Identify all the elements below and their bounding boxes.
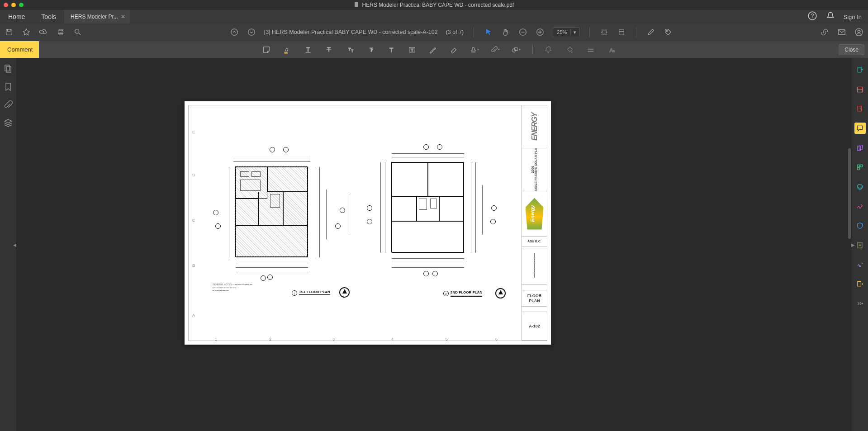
combine-files-tool-icon[interactable]	[854, 142, 866, 153]
help-icon[interactable]: ?	[807, 11, 817, 23]
grid-col-6: 6	[495, 337, 498, 341]
highlight-icon[interactable]	[283, 45, 292, 54]
fit-page-icon[interactable]	[617, 28, 626, 37]
grid-col-2: 2	[269, 337, 271, 341]
add-text-icon[interactable]: T	[387, 45, 396, 54]
svg-rect-30	[858, 67, 861, 72]
plan-key-2: 2	[443, 291, 449, 296]
sign-in-button[interactable]: Sign In	[844, 14, 862, 20]
pencil-annotate-icon[interactable]	[646, 28, 655, 37]
text-strikethrough-icon[interactable]: T	[324, 45, 333, 54]
svg-point-41	[862, 303, 863, 304]
svg-text:T: T	[348, 47, 351, 51]
svg-rect-4	[59, 29, 62, 31]
more-tools-icon[interactable]	[854, 298, 866, 309]
bookmarks-panel-icon[interactable]	[4, 82, 13, 91]
svg-rect-0	[355, 2, 358, 7]
print-icon[interactable]	[56, 28, 65, 37]
pin-icon[interactable]	[545, 45, 554, 54]
save-icon[interactable]	[5, 28, 14, 37]
zoom-level-select[interactable]: 25% ▾	[553, 27, 579, 37]
line-weight-icon[interactable]	[586, 45, 595, 54]
right-collapse-icon[interactable]: ▶	[851, 242, 855, 247]
title-block: ENERGY 2006AFFORDABLE PASSIVE SOLAR PLAN…	[522, 105, 547, 341]
protect-tool-icon[interactable]	[854, 220, 866, 231]
tab-close-icon[interactable]: ✕	[121, 14, 125, 20]
second-floor-title: 2ND FLOOR PLAN	[451, 290, 482, 295]
search-icon[interactable]	[73, 28, 82, 37]
zoom-out-icon[interactable]	[518, 28, 527, 37]
scrollbar-thumb[interactable]	[848, 148, 851, 239]
layers-panel-icon[interactable]	[4, 118, 13, 128]
attachments-panel-icon[interactable]	[4, 100, 13, 109]
create-pdf-tool-icon[interactable]	[854, 84, 866, 95]
font-style-icon[interactable]: Aa	[607, 45, 616, 54]
fit-width-icon[interactable]	[600, 28, 609, 37]
document-tab-label: HERS Modeler Pr...	[71, 14, 118, 20]
text-underline-icon[interactable]: T	[304, 45, 313, 54]
stamp-icon[interactable]: ▾	[470, 45, 479, 54]
zoom-in-icon[interactable]	[536, 28, 545, 37]
svg-point-15	[858, 30, 860, 33]
shape-tools-icon[interactable]: ▾	[512, 45, 521, 54]
share-link-icon[interactable]	[820, 28, 829, 37]
energy-badge: Energy	[526, 198, 544, 230]
page-count-label: (3 of 7)	[446, 29, 464, 35]
document-canvas[interactable]: E D C B A 1 2 3 4 5 6	[16, 58, 852, 431]
fill-color-icon[interactable]	[565, 45, 574, 54]
comment-toolbar: Comment T T TT T T T ▾ ▾ ▾ Aa Close	[0, 41, 868, 58]
star-icon[interactable]	[22, 28, 31, 37]
sticky-note-icon[interactable]	[262, 45, 271, 54]
left-sidebar: ◀	[0, 58, 16, 431]
svg-rect-28	[5, 65, 9, 71]
draw-freehand-icon[interactable]	[428, 45, 437, 54]
attach-file-icon[interactable]: ▾	[491, 45, 500, 54]
plan-key-1: 1	[292, 290, 297, 296]
eraser-icon[interactable]	[449, 45, 458, 54]
compare-tool-icon[interactable]	[854, 278, 866, 289]
tag-icon[interactable]	[664, 28, 673, 37]
account-avatar-icon[interactable]	[854, 28, 863, 37]
north-arrow-1	[339, 287, 350, 298]
window-titlebar: HERS Modeler Practical BABY CAPE WD - co…	[0, 0, 868, 10]
textbox-icon[interactable]: T	[408, 45, 417, 54]
grid-row-a: A	[192, 313, 195, 317]
email-icon[interactable]	[837, 28, 846, 37]
export-pdf-tool-icon[interactable]	[854, 64, 866, 76]
svg-rect-39	[858, 242, 862, 248]
edit-pdf-tool-icon[interactable]	[854, 103, 866, 114]
svg-rect-11	[619, 29, 624, 35]
cloud-upload-icon[interactable]	[39, 28, 48, 37]
organize-pages-tool-icon[interactable]	[854, 161, 866, 173]
close-comment-button[interactable]: Close	[839, 44, 864, 55]
nav-home[interactable]: Home	[0, 10, 33, 24]
selection-cursor-icon[interactable]	[484, 28, 493, 37]
insert-text-icon[interactable]: T	[366, 45, 375, 54]
pdf-file-icon	[354, 2, 360, 9]
comment-tool-icon[interactable]	[854, 123, 866, 134]
plan-notes: GENERAL NOTES — ▪▪▪ ▪▪▪▪ ▪▪▪ ▪▪▪▪▪ ▪▪▪▪▪…	[213, 283, 283, 292]
page-down-icon[interactable]	[247, 28, 256, 37]
redact-tool-icon[interactable]	[854, 181, 866, 192]
sheet-title: FLOOR PLAN	[522, 294, 547, 303]
svg-rect-35	[857, 165, 859, 167]
grid-col-4: 4	[391, 337, 394, 341]
revision-grid	[533, 252, 536, 279]
logo-text: ENERGY	[531, 113, 539, 141]
replace-text-icon[interactable]: TT	[345, 45, 354, 54]
svg-rect-37	[857, 167, 859, 170]
right-sidebar: ▶	[852, 58, 868, 431]
page-up-icon[interactable]	[230, 28, 239, 37]
fill-sign-tool-icon[interactable]	[854, 200, 866, 212]
svg-point-8	[248, 29, 255, 35]
document-name-label: [3] HERS Modeler Practical BABY CAPE WD …	[264, 29, 438, 35]
svg-text:T: T	[389, 46, 393, 53]
document-tab[interactable]: HERS Modeler Pr... ✕	[64, 10, 130, 24]
hand-pan-icon[interactable]	[501, 28, 510, 37]
prepare-form-tool-icon[interactable]	[854, 239, 866, 251]
nav-tools[interactable]: Tools	[33, 10, 64, 24]
signature-tool-icon[interactable]	[854, 259, 866, 270]
svg-text:T: T	[306, 46, 310, 52]
notification-bell-icon[interactable]	[825, 11, 835, 23]
thumbnails-panel-icon[interactable]	[4, 64, 13, 73]
